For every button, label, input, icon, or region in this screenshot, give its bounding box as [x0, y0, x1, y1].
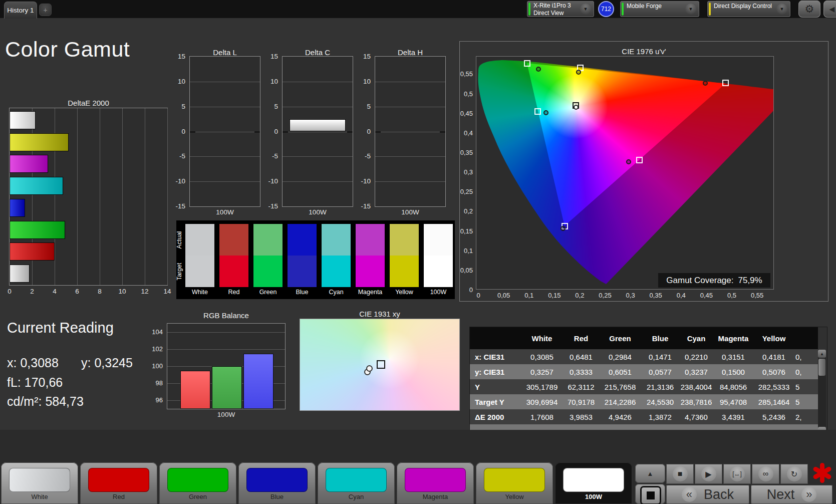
scroll-up-button[interactable]: ▲ — [818, 350, 826, 358]
y-tick-label: 0 — [181, 127, 185, 135]
cie1931-chart — [300, 319, 460, 411]
gridline — [283, 132, 353, 132]
table-row-label: Y — [470, 383, 520, 391]
chevron-down-icon: ▼ — [685, 4, 696, 15]
transport-size-button[interactable]: [↔] — [723, 464, 751, 484]
rgb-balance-y-axis: 1041021009896 — [148, 323, 165, 409]
swatch-column-label: Green — [253, 289, 283, 296]
display-control-dropdown[interactable]: Direct Display Control ▼ — [707, 1, 790, 17]
size-icon: [↔] — [730, 466, 745, 481]
table-cell: 1,7608 — [520, 413, 564, 421]
transport-loop-button[interactable]: ∞ — [752, 464, 779, 484]
pattern-button-100w[interactable]: 100W — [555, 462, 632, 504]
settings-gear-button[interactable]: ⚙ — [798, 1, 820, 18]
pattern-button-label: Cyan — [318, 493, 395, 500]
table-cell: 3,4391 — [714, 413, 752, 421]
gridline — [375, 107, 445, 107]
gridline — [190, 156, 260, 157]
pattern-window-button[interactable] — [635, 484, 665, 504]
gridline — [190, 107, 260, 107]
table-row: y: CIE310,32570,33330,60510,05770,32370,… — [470, 364, 818, 379]
measured-marker-magenta — [626, 159, 631, 164]
gridline — [122, 108, 123, 285]
table-column-header-red: Red — [564, 334, 598, 343]
pattern-button-cyan[interactable]: Cyan — [318, 462, 395, 504]
transport-refresh-button[interactable]: ↻ — [780, 464, 808, 484]
y-tick-label: -10 — [175, 177, 185, 185]
table-cell: 0,2984 — [598, 353, 642, 361]
arrow-up-icon: ▲ — [820, 352, 824, 356]
target-marker-magenta — [636, 157, 643, 163]
gridline — [283, 107, 353, 107]
pattern-button-white[interactable]: White — [1, 462, 78, 504]
stop-icon: ■ — [673, 466, 688, 481]
transport-stop-button[interactable]: ■ — [666, 464, 694, 484]
swatch-column-label: Cyan — [322, 289, 351, 296]
table-cell: 62,3112 — [564, 383, 598, 391]
swatch-column-label: Blue — [288, 289, 317, 296]
calibration-required-asterisk-icon — [811, 462, 833, 484]
table-row: ΔE 20001,76083,98534,94261,38724,73603,4… — [470, 409, 818, 424]
table-cell: 5,2436 — [752, 413, 795, 421]
pattern-button-label: 100W — [555, 493, 632, 500]
y-tick-label: -15 — [361, 202, 371, 210]
table-column-header-magenta: Magenta — [714, 334, 752, 343]
pattern-swatch-white — [9, 468, 70, 492]
table-vertical-scrollbar[interactable]: ▲ ▼ — [818, 350, 826, 435]
app-window: History 1 + X-Rite i1Pro 3Direct View ▼ … — [0, 0, 836, 504]
pattern-swatch-cyan — [326, 468, 387, 492]
table-cell: 0,3237 — [678, 368, 714, 376]
pattern-button-blue[interactable]: Blue — [238, 462, 316, 504]
y-tick-label: -5 — [179, 152, 185, 160]
delta-chart-y-axis: 151050-5-10-15 — [357, 56, 373, 207]
chevron-left-icon: ◀ — [829, 5, 835, 13]
chevrons-left-icon: « — [682, 487, 697, 502]
table-cell: 95,4708 — [714, 398, 752, 406]
measured-marker-cyan — [543, 110, 548, 115]
rgb-bar-blue — [243, 354, 273, 409]
delta_h-chart — [375, 56, 446, 207]
transport-play-button[interactable]: ▶ — [695, 464, 722, 484]
pattern-button-red[interactable]: Red — [80, 462, 157, 504]
target-swatch-yellow — [390, 256, 419, 287]
back-button[interactable]: « Back — [666, 485, 749, 504]
table-cell: 282,5333 — [752, 383, 795, 391]
tab-history-1[interactable]: History 1 — [4, 2, 37, 19]
pattern-button-label: Magenta — [397, 493, 474, 500]
table-column-header-green: Green — [598, 334, 642, 343]
collapse-panel-button[interactable]: ◀ — [823, 1, 836, 18]
pattern-level-up-button[interactable]: ▲ — [635, 464, 665, 483]
meter-count-badge: 712 — [598, 1, 614, 17]
meter-dropdown[interactable]: X-Rite i1Pro 3Direct View ▼ — [527, 1, 594, 17]
chevrons-right-icon: » — [801, 487, 816, 502]
pattern-button-green[interactable]: Green — [159, 462, 236, 504]
next-button[interactable]: Next » — [751, 485, 832, 504]
pattern-source-dropdown[interactable]: Mobile Forge ▼ — [620, 1, 699, 17]
pattern-button-yellow[interactable]: Yellow — [476, 462, 553, 504]
reading-fl-value: fL: 170,66 — [7, 375, 63, 390]
gridline — [283, 181, 353, 182]
table-cell: 215,7658 — [598, 383, 642, 391]
actual-target-swatch-panel: ActualTargetWhiteRedGreenBlueCyanMagenta… — [176, 220, 455, 299]
actual-swatch-magenta — [356, 224, 385, 256]
pattern-swatch-magenta — [405, 468, 466, 492]
x-tick-label: 0 — [8, 288, 12, 295]
rgb-bar-green — [212, 366, 242, 409]
y-tick-label: 100 — [152, 362, 163, 370]
zero-tick — [347, 131, 353, 133]
scrollbar-thumb[interactable] — [818, 359, 825, 376]
table-row-label: Target Y — [470, 398, 520, 406]
reading-x-value: x: 0,3088 — [7, 356, 59, 370]
pattern-status-stripe — [622, 3, 624, 16]
table-cell: 214,2286 — [598, 398, 642, 406]
y-tick-label: 5 — [181, 102, 185, 110]
pattern-button-magenta[interactable]: Magenta — [397, 462, 474, 504]
table-cell: 1,3872 — [642, 413, 678, 421]
measured-marker-blue — [561, 226, 566, 231]
add-tab-button[interactable]: + — [39, 4, 52, 16]
y-tick-label: 0,55 — [460, 70, 473, 78]
page-title: Color Gamut — [5, 37, 130, 62]
delta-chart-title: Delta C — [282, 48, 353, 57]
y-tick-label: 96 — [156, 396, 163, 404]
table-cell: 0,4181 — [752, 353, 795, 361]
